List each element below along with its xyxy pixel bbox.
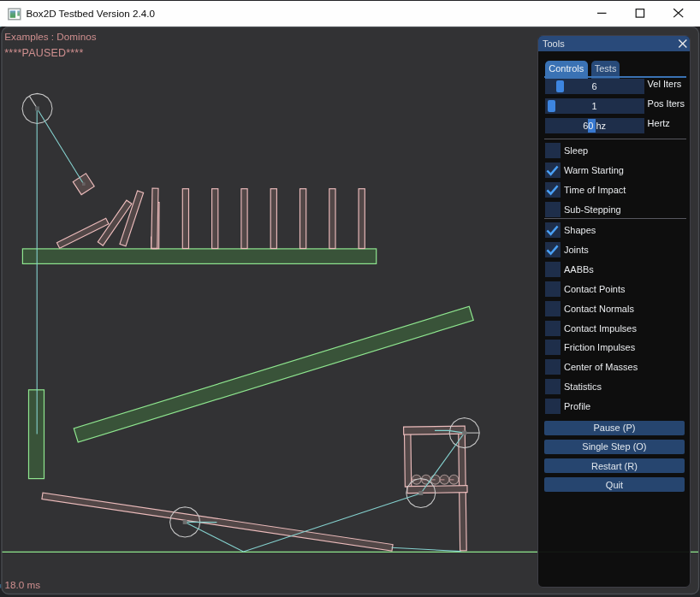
svg-text:Box2D Testbed Version 2.4.0: Box2D Testbed Version 2.4.0 [27, 8, 156, 19]
